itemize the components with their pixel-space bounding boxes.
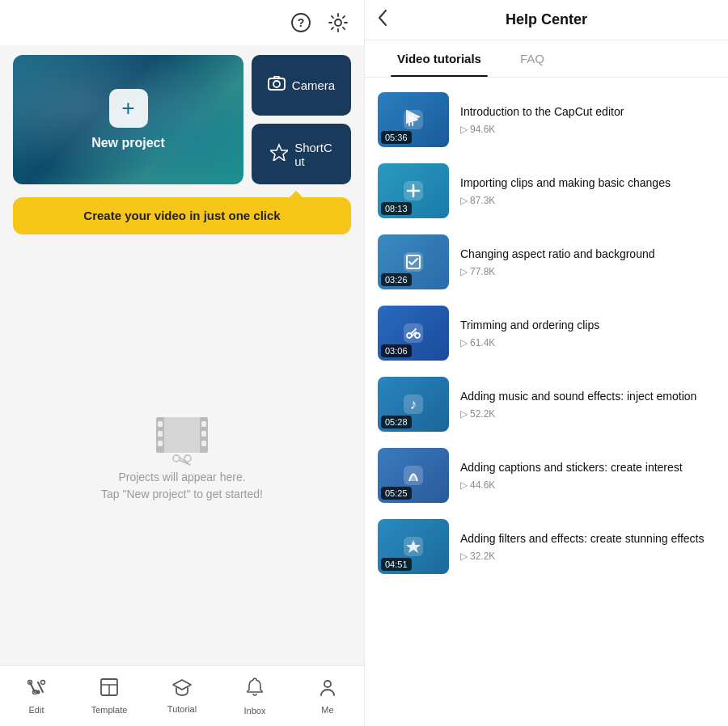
- tutorial-thumbnail: 03:06: [378, 306, 449, 361]
- empty-state-text: Projects will appear here. Tap "New proj…: [101, 469, 263, 503]
- help-icon-button[interactable]: ?: [288, 10, 314, 36]
- svg-point-16: [184, 455, 191, 462]
- svg-text:?: ?: [298, 16, 305, 29]
- nav-item-edit[interactable]: Edit: [0, 671, 73, 721]
- nav-template-label: Template: [91, 705, 128, 715]
- svg-point-28: [324, 681, 331, 687]
- template-icon: [99, 677, 119, 702]
- tutorial-info: Importing clips and making basic changes…: [460, 175, 715, 207]
- nav-item-template[interactable]: Template: [73, 671, 146, 721]
- tutorial-item[interactable]: 05:36 Introduction to the CapCut editor …: [365, 84, 728, 155]
- play-icon: ▷: [460, 551, 468, 562]
- tutorial-title: Introduction to the CapCut editor: [460, 104, 715, 120]
- nav-tutorial-label: Tutorial: [167, 704, 197, 714]
- camera-icon: [268, 76, 286, 95]
- svg-rect-13: [201, 431, 206, 437]
- back-button[interactable]: [378, 9, 387, 32]
- thumb-duration: 08:13: [381, 202, 412, 215]
- nav-edit-label: Edit: [29, 705, 44, 715]
- create-video-banner[interactable]: Create your video in just one click: [13, 197, 351, 234]
- tutorial-item[interactable]: 08:13 Importing clips and making basic c…: [365, 155, 728, 226]
- tutorial-title: Trimming and ordering clips: [460, 318, 715, 334]
- tutorial-info: Adding filters and effects: create stunn…: [460, 531, 715, 563]
- svg-rect-10: [158, 431, 163, 437]
- tutorial-title: Adding music and sound effects: inject e…: [460, 389, 715, 405]
- tutorial-views: ▷ 44.6K: [460, 479, 715, 491]
- tutorial-thumbnail: 05:25: [378, 448, 449, 503]
- nav-me-label: Me: [321, 705, 333, 715]
- tutorial-list: 05:36 Introduction to the CapCut editor …: [365, 78, 728, 726]
- shortcut-icon: [270, 143, 288, 165]
- thumb-duration: 03:06: [381, 344, 412, 357]
- thumb-duration: 04:51: [381, 558, 412, 571]
- help-tabs: Video tutorials FAQ: [365, 40, 728, 78]
- svg-marker-5: [270, 145, 288, 161]
- edit-icon: [27, 677, 46, 702]
- tutorial-item[interactable]: 03:06 Trimming and ordering clips ▷ 61.4…: [365, 298, 728, 369]
- tutorial-item[interactable]: 05:25 Adding captions and stickers: crea…: [365, 440, 728, 511]
- svg-rect-12: [201, 421, 206, 427]
- nav-item-tutorial[interactable]: Tutorial: [146, 672, 218, 720]
- tutorial-thumbnail: 05:36: [378, 92, 449, 147]
- svg-rect-35: [404, 323, 423, 343]
- settings-icon-button[interactable]: [325, 10, 351, 36]
- right-panel: Help Center Video tutorials FAQ: [364, 0, 728, 726]
- svg-point-22: [41, 681, 45, 685]
- camera-label: Camera: [292, 78, 335, 92]
- shortcut-button[interactable]: ShortCut: [252, 124, 351, 184]
- me-icon: [318, 677, 337, 702]
- tutorial-info: Introduction to the CapCut editor ▷ 94.6…: [460, 104, 715, 136]
- thumb-duration: 03:26: [381, 273, 412, 286]
- tutorial-views: ▷ 52.2K: [460, 408, 715, 420]
- thumb-duration: 05:36: [381, 131, 412, 144]
- play-icon: ▷: [460, 266, 468, 277]
- svg-rect-3: [269, 78, 285, 90]
- svg-point-2: [335, 19, 341, 26]
- new-project-button[interactable]: + New project: [13, 55, 243, 184]
- plus-circle-icon: +: [109, 89, 148, 128]
- nav-item-inbox[interactable]: Inbox: [218, 670, 291, 722]
- inbox-icon: [246, 677, 264, 703]
- svg-text:♪: ♪: [410, 396, 417, 412]
- tutorial-info: Trimming and ordering clips ▷ 61.4K: [460, 318, 715, 349]
- tutorial-item[interactable]: ♪ 05:28 Adding music and sound effects: …: [365, 369, 728, 440]
- tab-faq[interactable]: FAQ: [501, 40, 564, 77]
- play-icon: ▷: [460, 408, 468, 420]
- tutorial-item[interactable]: 03:26 Changing aspect ratio and backgrou…: [365, 226, 728, 298]
- camera-button[interactable]: Camera: [252, 55, 351, 116]
- tutorial-views: ▷ 94.6K: [460, 124, 715, 135]
- svg-point-15: [173, 455, 180, 462]
- shortcut-label: ShortCut: [294, 141, 332, 168]
- tutorial-thumbnail: 04:51: [378, 519, 449, 574]
- help-center-title: Help Center: [506, 11, 587, 28]
- create-video-text: Create your video in just one click: [83, 209, 280, 222]
- play-icon: ▷: [460, 479, 468, 491]
- tutorial-title: Changing aspect ratio and background: [460, 247, 715, 263]
- nav-item-me[interactable]: Me: [291, 671, 364, 721]
- tutorial-views: ▷ 87.3K: [460, 195, 715, 206]
- svg-point-4: [273, 81, 280, 87]
- help-center-header: Help Center: [365, 0, 728, 40]
- tutorial-title: Adding filters and effects: create stunn…: [460, 531, 715, 547]
- tutorial-thumbnail: 03:26: [378, 234, 449, 289]
- tutorial-views: ▷ 77.8K: [460, 266, 715, 277]
- tutorial-views: ▷ 61.4K: [460, 337, 715, 348]
- bottom-nav: Edit Template Tutorial: [0, 665, 364, 726]
- tutorial-icon: [171, 678, 193, 701]
- svg-point-24: [36, 690, 40, 694]
- tutorial-thumbnail: 08:13: [378, 163, 449, 218]
- film-icon: [150, 411, 214, 459]
- tutorial-title: Importing clips and making basic changes: [460, 175, 715, 192]
- play-icon: ▷: [460, 124, 468, 135]
- project-area: + New project Camera: [0, 45, 364, 194]
- svg-rect-11: [158, 441, 163, 446]
- tutorial-views: ▷ 32.2K: [460, 551, 715, 562]
- tutorial-title: Adding captions and stickers: create int…: [460, 460, 715, 476]
- thumb-duration: 05:25: [381, 487, 412, 500]
- tutorial-info: Adding music and sound effects: inject e…: [460, 389, 715, 420]
- play-icon: ▷: [460, 195, 468, 206]
- tab-video-tutorials[interactable]: Video tutorials: [378, 40, 501, 77]
- play-icon: ▷: [460, 337, 468, 348]
- new-project-label: New project: [91, 136, 165, 150]
- tutorial-item[interactable]: 04:51 Adding filters and effects: create…: [365, 511, 728, 582]
